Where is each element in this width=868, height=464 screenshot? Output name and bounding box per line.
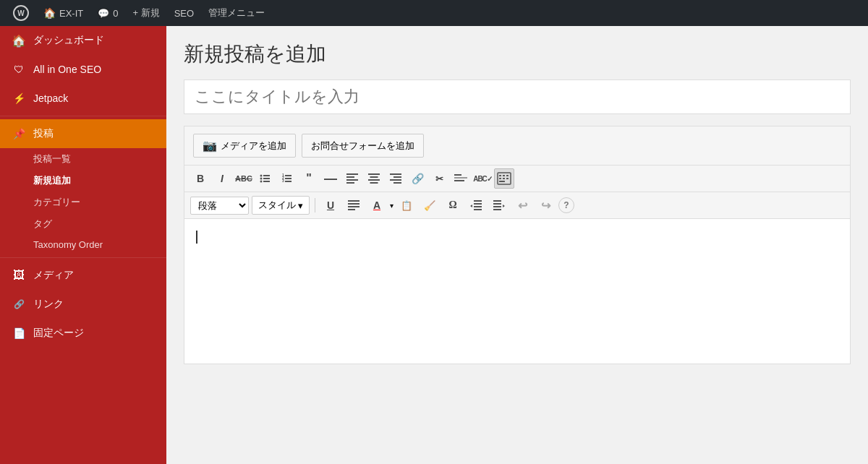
svg-rect-44 xyxy=(493,200,501,202)
sidebar-item-tags[interactable]: タグ xyxy=(0,213,166,235)
svg-rect-30 xyxy=(506,175,509,176)
redo-button[interactable]: ↪ xyxy=(535,195,556,215)
sidebar-item-pages[interactable]: 固定ページ xyxy=(0,319,166,348)
svg-marker-48 xyxy=(503,205,505,207)
site-name-item[interactable]: EX-IT xyxy=(36,0,90,26)
main-content: 新規投稿を追加 📷 メディアを追加 お問合せフォームを追加 B I ABC xyxy=(166,26,868,464)
comments-item[interactable]: 💬 0 xyxy=(90,0,125,26)
sidebar-item-links[interactable]: リンク xyxy=(0,290,166,319)
sidebar-item-categories[interactable]: カテゴリー xyxy=(0,192,166,213)
unordered-list-button[interactable] xyxy=(255,168,276,189)
insert-link-button[interactable]: 🔗 xyxy=(407,168,427,189)
svg-point-5 xyxy=(260,181,263,183)
blockquote-button[interactable]: " xyxy=(299,168,319,189)
clear-formatting-button[interactable]: 🧹 xyxy=(420,195,440,215)
seo-item[interactable]: SEO xyxy=(167,0,201,26)
media-buttons-row: 📷 メディアを追加 お問合せフォームを追加 xyxy=(184,126,850,166)
svg-rect-42 xyxy=(474,209,482,210)
sidebar-item-dashboard-label: ダッシュボード xyxy=(33,34,104,47)
justify-button[interactable] xyxy=(344,195,364,215)
add-media-label: メディアを追加 xyxy=(221,139,286,152)
svg-rect-25 xyxy=(454,174,461,176)
svg-rect-38 xyxy=(348,209,355,210)
post-title-input[interactable] xyxy=(184,80,851,114)
align-right-button[interactable] xyxy=(386,168,406,189)
svg-rect-24 xyxy=(454,177,467,179)
undo-button[interactable]: ↩ xyxy=(512,195,532,215)
svg-rect-18 xyxy=(368,179,380,181)
svg-rect-0 xyxy=(263,175,270,176)
ordered-list-button[interactable]: 123 xyxy=(277,168,297,189)
indent-button[interactable] xyxy=(489,195,509,215)
sidebar-divider-1 xyxy=(0,116,166,116)
categories-label: カテゴリー xyxy=(33,196,80,209)
add-media-button[interactable]: 📷 メディアを追加 xyxy=(193,134,296,158)
format-select[interactable]: 段落 見出し1 見出し2 見出し3 xyxy=(190,197,249,215)
svg-rect-45 xyxy=(493,203,501,205)
svg-rect-22 xyxy=(390,179,401,181)
sidebar-item-media-label: メディア xyxy=(33,269,74,282)
italic-button[interactable]: I xyxy=(212,168,232,189)
sidebar-item-new-post[interactable]: 新規追加 xyxy=(0,170,166,192)
special-char-button[interactable]: Ω xyxy=(443,195,463,215)
comment-icon: 💬 xyxy=(98,8,109,19)
editor-body[interactable] xyxy=(184,219,850,364)
styles-button[interactable]: スタイル ▾ xyxy=(252,196,310,215)
sidebar-item-dashboard[interactable]: 🏠 ダッシュボード xyxy=(0,26,166,55)
add-form-button[interactable]: お問合せフォームを追加 xyxy=(302,134,424,158)
svg-rect-37 xyxy=(348,206,359,207)
svg-point-4 xyxy=(260,178,263,180)
svg-text:3: 3 xyxy=(282,179,284,183)
svg-rect-40 xyxy=(474,203,482,205)
sidebar-item-posts[interactable]: 投稿 xyxy=(0,119,166,148)
remove-link-button[interactable]: ✂ xyxy=(429,168,449,189)
jetpack-icon xyxy=(12,91,26,106)
sidebar-item-seo-label: All in One SEO xyxy=(33,64,101,75)
sidebar-item-seo[interactable]: All in One SEO xyxy=(0,55,166,84)
add-form-label: お問合せフォームを追加 xyxy=(311,139,414,152)
svg-rect-41 xyxy=(474,206,482,207)
wp-logo-item[interactable]: W xyxy=(6,0,36,26)
svg-rect-46 xyxy=(493,206,501,207)
house-icon xyxy=(43,7,56,19)
color-down-arrow[interactable]: ▾ xyxy=(390,202,393,210)
media-icon: 🖼 xyxy=(12,268,26,283)
svg-rect-16 xyxy=(368,173,380,175)
sidebar-item-taxonomy-order[interactable]: Taxonomy Order xyxy=(0,235,166,254)
paste-from-word-button[interactable]: 📋 xyxy=(396,195,417,215)
svg-rect-28 xyxy=(499,175,501,176)
sidebar-item-links-label: リンク xyxy=(33,298,64,311)
taxonomy-order-label: Taxonomy Order xyxy=(33,239,103,250)
svg-rect-12 xyxy=(346,173,358,175)
outdent-button[interactable] xyxy=(466,195,486,215)
svg-rect-39 xyxy=(474,200,482,202)
links-icon xyxy=(12,297,26,312)
new-content-item[interactable]: + 新規 xyxy=(125,0,166,26)
page-title: 新規投稿を追加 xyxy=(184,40,851,68)
svg-rect-2 xyxy=(263,181,270,182)
toolbar-row-2: 段落 見出し1 見出し2 見出し3 スタイル ▾ U A ▾ 📋 🧹 xyxy=(184,192,850,219)
admin-menu-item[interactable]: 管理メニュー xyxy=(201,0,272,26)
media-btn-icon: 📷 xyxy=(203,139,217,152)
help-button[interactable]: ? xyxy=(558,197,574,213)
svg-rect-20 xyxy=(390,173,401,175)
svg-rect-26 xyxy=(454,180,464,181)
sidebar-item-media[interactable]: 🖼 メディア xyxy=(0,261,166,290)
sidebar-item-posts-list[interactable]: 投稿一覧 xyxy=(0,148,166,170)
svg-rect-14 xyxy=(346,179,358,181)
spellcheck-button[interactable]: ABC✓ xyxy=(472,168,493,189)
horizontal-rule-button[interactable]: — xyxy=(320,168,341,189)
styles-chevron: ▾ xyxy=(298,200,303,211)
strikethrough-button[interactable]: ABC xyxy=(234,168,254,189)
align-center-button[interactable] xyxy=(364,168,384,189)
svg-rect-21 xyxy=(393,176,401,178)
sidebar-item-jetpack[interactable]: Jetpack xyxy=(0,84,166,113)
font-color-button[interactable]: A xyxy=(367,195,387,215)
kitchen-sink-button[interactable] xyxy=(494,168,514,189)
align-left-button[interactable] xyxy=(342,168,362,189)
svg-rect-36 xyxy=(348,203,359,205)
read-more-button[interactable] xyxy=(451,168,471,189)
svg-marker-43 xyxy=(470,205,472,207)
underline-button[interactable]: U xyxy=(320,195,341,215)
bold-button[interactable]: B xyxy=(190,168,210,189)
